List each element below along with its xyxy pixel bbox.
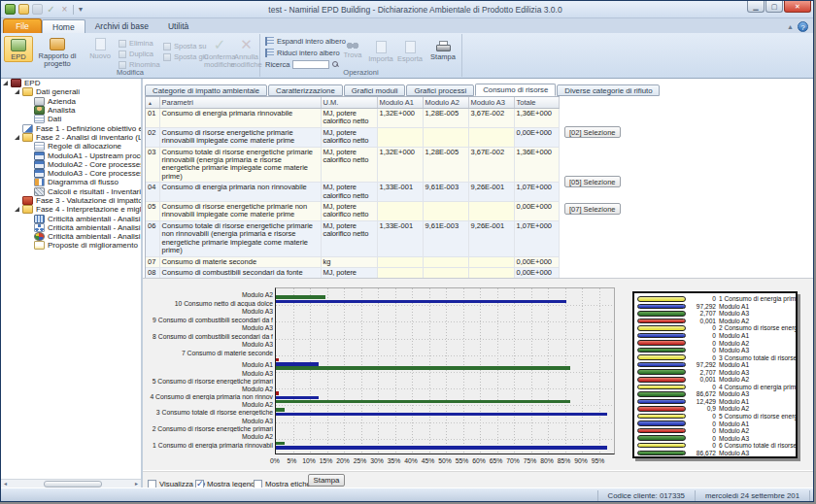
tree-item[interactable]: EPD xyxy=(1,79,141,87)
selezione-button[interactable]: [02] Selezione xyxy=(564,126,621,138)
column-header[interactable]: U.M. xyxy=(321,97,377,109)
column-header[interactable]: Parametri xyxy=(159,97,321,109)
cell-a1 xyxy=(377,127,423,147)
tree-item[interactable]: Criticità ambientali - Analisi dei Contr… xyxy=(1,223,141,232)
minimize-button[interactable]: ▁ xyxy=(747,1,765,13)
trova-button[interactable]: Trova xyxy=(340,39,365,59)
confirm-icon[interactable]: ✓ xyxy=(46,4,56,15)
stampa-button[interactable]: Stampa xyxy=(428,39,458,61)
nuovo-button[interactable]: Nuovo xyxy=(85,36,116,60)
tree-horizontal-scrollbar[interactable]: ◄ ► xyxy=(1,479,141,487)
y-axis-label: Modulo A2 xyxy=(144,291,273,298)
tab-home[interactable]: Home xyxy=(42,19,85,33)
cancel-icon[interactable]: × xyxy=(59,4,70,15)
column-header[interactable]: Modulo A2 xyxy=(423,97,468,109)
tree-item[interactable]: ModuloA1 - Upstream processes xyxy=(1,151,141,159)
scroll-right-icon[interactable]: ► xyxy=(132,480,141,488)
content-tab[interactable]: Categorie di impatto ambientale xyxy=(145,84,267,96)
tab-archivi-di-base[interactable]: Archivi di base xyxy=(85,19,158,33)
table-row[interactable]: 07Consumo di materie secondekg0,00E+000 xyxy=(146,256,559,267)
conferma-modifiche-button[interactable]: ✓ Conferma modifiche xyxy=(206,36,233,69)
open-folder-icon[interactable] xyxy=(18,4,29,15)
chart-bar xyxy=(276,446,607,450)
tree-item[interactable]: Regole di allocazione xyxy=(1,142,141,151)
tree-expander-icon[interactable] xyxy=(15,207,19,212)
tree-item[interactable]: Fase 4 - Interpretazione e miglioramento xyxy=(1,205,141,214)
tree-item[interactable]: Criticità ambientali - Analisi dei Contr… xyxy=(1,232,141,241)
help-button[interactable]: ? xyxy=(798,21,808,32)
tree-item[interactable]: Azienda xyxy=(1,97,141,106)
espandi-albero-button[interactable]: Espandi intero albero xyxy=(265,37,346,46)
chart-bar xyxy=(276,413,607,417)
scroll-left-icon[interactable]: ◄ xyxy=(1,480,10,488)
sort-column-header[interactable]: ▲ xyxy=(146,97,159,109)
content-tab[interactable]: Caratterizzazione xyxy=(268,84,343,96)
tree-item[interactable]: Fase 1 - Definizione obiettivo e campo d… xyxy=(1,123,141,132)
tree-expander-icon[interactable] xyxy=(15,135,19,140)
tree-item[interactable]: Fase 3 - Valutazione di impatto ambienta… xyxy=(1,196,141,205)
move-down-icon xyxy=(163,53,171,61)
table-row[interactable]: 05Consumo di risorse energetiche primari… xyxy=(146,202,559,221)
riduci-albero-button[interactable]: Riduci intero albero xyxy=(265,49,340,57)
table-row[interactable]: 06Consumo totale di risorse energetiche … xyxy=(146,220,559,256)
tree-item[interactable]: Criticità ambientali - Analisi dei Contr… xyxy=(1,214,141,222)
y-axis-label: 5 Consumo di risorse energetiche primari xyxy=(144,378,273,385)
tree-item-label: EPD xyxy=(24,79,40,87)
cell-a1: 1,32E+000 xyxy=(377,109,423,128)
rapporto-di-progetto-button[interactable]: Rapporto di progetto xyxy=(35,36,80,68)
chart-print-button[interactable]: Stampa xyxy=(308,474,345,487)
table-row[interactable]: 02Consumo di risorse energetiche primari… xyxy=(146,127,559,147)
ribbon-collapse-icon[interactable]: ▲ xyxy=(787,23,794,30)
qat-dropdown-icon[interactable]: ▼ xyxy=(77,4,85,15)
save-icon[interactable] xyxy=(32,4,43,15)
table-row[interactable]: 03Consumo totale di risorse energetiche … xyxy=(146,147,559,183)
annulla-modifiche-button[interactable]: ✕ Annulla modifiche xyxy=(233,36,259,69)
tree-item[interactable]: Proposte di miglioramento xyxy=(1,241,141,250)
importa-button[interactable]: Importa xyxy=(367,39,394,63)
sposta-giu-button[interactable]: Sposta giù xyxy=(163,52,208,61)
tab-utilita[interactable]: Utilità xyxy=(158,19,198,33)
tree-expander-icon[interactable] xyxy=(15,89,19,94)
tree-expander-icon[interactable] xyxy=(3,81,8,85)
scrollbar-thumb[interactable] xyxy=(44,481,102,487)
table-row[interactable]: 01Consumo di energia primaria rinnovabil… xyxy=(146,109,559,128)
column-header[interactable]: Modulo A3 xyxy=(468,97,514,109)
tree-item[interactable]: Calcoli e risultati - Inventario xyxy=(1,187,141,196)
table-row[interactable]: 04Consumo di energia primaria non rinnov… xyxy=(146,183,559,202)
cell-num: 01 xyxy=(146,109,159,128)
tree-item[interactable]: Analista xyxy=(1,106,141,115)
maximize-button[interactable]: ▢ xyxy=(765,1,783,13)
tree-item[interactable]: Dati generali xyxy=(1,87,141,96)
legend-item: 97,292Modulo A1 xyxy=(637,361,793,369)
file-tab[interactable]: File xyxy=(3,18,42,33)
column-header[interactable]: Totale xyxy=(514,97,559,109)
legend-swatch-category xyxy=(637,325,686,331)
esporta-button[interactable]: Esporta xyxy=(396,39,424,63)
tree-item[interactable]: Dati xyxy=(1,115,141,123)
content-tab[interactable]: Diverse categorie di rifiuto xyxy=(557,84,660,96)
sort-asc-icon: ▲ xyxy=(148,100,153,106)
content-tab[interactable]: Grafici processi xyxy=(406,84,474,96)
legend-item: 05 Consumo di risorse energetiche primar… xyxy=(637,413,793,420)
tree-item-label: Analista xyxy=(48,106,75,115)
sposta-su-button[interactable]: Sposta su xyxy=(163,42,208,50)
tree-item[interactable]: ModuloA3 - Core processes xyxy=(1,169,141,178)
tree-item[interactable]: Fase 2 - Analisi di inventario (LCI) xyxy=(1,133,141,142)
cell-a1 xyxy=(377,202,423,221)
selezione-button[interactable]: [07] Selezione xyxy=(564,203,621,215)
legend-swatch-modulo_a3 xyxy=(637,391,686,397)
statusbar: Codice cliente: 017335 mercoledì 24 sett… xyxy=(1,487,813,502)
elimina-button[interactable]: Elimina xyxy=(119,39,160,48)
legend-swatch-category xyxy=(637,354,686,360)
content-tab[interactable]: Consumo di risorse xyxy=(475,84,556,96)
epd-button[interactable]: EPD xyxy=(4,36,33,62)
tree-item[interactable]: ModuloA2 - Core processes xyxy=(1,160,141,169)
tree-item[interactable]: Diagramma di flusso xyxy=(1,178,141,186)
column-header[interactable]: Modulo A1 xyxy=(377,97,423,109)
gridline xyxy=(276,439,614,440)
qat-separator xyxy=(73,5,74,15)
duplica-button[interactable]: Duplica xyxy=(119,50,160,58)
close-button[interactable]: ✕ xyxy=(784,1,811,13)
selezione-button[interactable]: [05] Selezione xyxy=(564,176,621,187)
content-tab[interactable]: Grafici moduli xyxy=(344,84,406,96)
